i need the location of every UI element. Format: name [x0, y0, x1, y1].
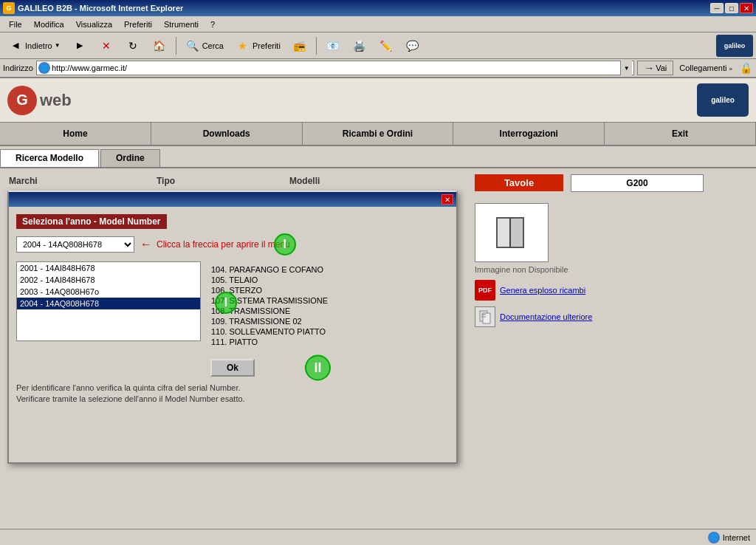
address-dropdown-arrow[interactable]: ▼	[620, 61, 632, 75]
minimize-button[interactable]: ─	[710, 3, 724, 13]
image-not-available-text: Immagine non Disponibile	[475, 265, 750, 274]
menu-bar: File Modifica Visualizza Preferiti Strum…	[0, 16, 756, 32]
edit-icon: ✏️	[379, 38, 394, 53]
doc-icon	[475, 306, 495, 327]
nav-exit[interactable]: Exit	[605, 123, 756, 145]
close-button[interactable]: ✕	[740, 3, 753, 13]
status-bar: 🌐 Internet	[0, 529, 756, 545]
home-icon: 🏠	[152, 38, 167, 53]
menu-visualizza[interactable]: Visualizza	[70, 18, 118, 30]
year-option-2002[interactable]: 2002 - 14AI848H678	[17, 274, 200, 286]
col-header-modelli: Modelli	[286, 174, 434, 188]
left-arrow-icon: ←	[140, 238, 152, 251]
right-panel: Tavole Immagine non Disponibile PDF Gene…	[469, 168, 756, 523]
pdf-link-text[interactable]: Genera esploso ricambi	[500, 286, 585, 295]
app-icon: G	[3, 2, 15, 14]
cursor-indicator-II: II	[305, 355, 331, 381]
separator-2	[316, 37, 317, 55]
gweb-header: G web galileo	[0, 78, 756, 123]
pdf-button[interactable]: PDF Genera esploso ricambi	[475, 280, 750, 301]
image-placeholder	[475, 203, 549, 262]
maximize-button[interactable]: □	[725, 3, 738, 13]
category-110[interactable]: 110. SOLLEVAMENTO PIATTO	[208, 326, 331, 337]
galileo-logo: galileo	[716, 35, 753, 57]
arrow-hint: ← Clicca la freccia per aprire il menù	[140, 238, 290, 251]
discuss-button[interactable]: 💬	[400, 35, 425, 57]
book-icon	[489, 210, 534, 255]
stop-button[interactable]: ✕	[94, 35, 119, 57]
security-icon: 🔒	[738, 61, 753, 75]
col-header-tipo: Tipo	[154, 174, 286, 188]
address-bar: Indirizzo 🌐 ▼ → Vai Collegamenti » 🔒	[0, 59, 756, 78]
title-bar-left: G GALILEO B2B - Microsoft Internet Explo…	[3, 2, 183, 14]
description-line2: Verificare tramite la selezione dell'ann…	[16, 394, 449, 405]
home-button[interactable]: 🏠	[147, 35, 172, 57]
window-controls: ─ □ ✕	[710, 3, 753, 13]
dialog-columns: 2001 - 14AI848H678 2002 - 14AI848H678 20…	[16, 261, 449, 347]
menu-preferiti[interactable]: Preferiti	[118, 18, 158, 30]
year-option-2003[interactable]: 2003 - 14AQ808H67o	[17, 286, 200, 298]
address-label: Indirizzo	[3, 64, 33, 72]
year-dropdown-list: 2001 - 14AI848H678 2002 - 14AI848H678 20…	[16, 261, 201, 341]
links-button[interactable]: Collegamenti »	[676, 64, 735, 72]
year-selector-label: Seleziona l'anno - Model Number	[16, 214, 167, 229]
security-area: 🔒	[738, 61, 753, 75]
nav-home[interactable]: Home	[0, 123, 151, 145]
tab-ricerca-modello[interactable]: Ricerca Modello	[0, 149, 99, 167]
dialog-title-bar: ✕	[9, 192, 456, 207]
toolbar: ◀ Indietro ▼ ▶ ✕ ↻ 🏠 🔍 Cerca ★ Preferiti…	[0, 32, 756, 59]
refresh-button[interactable]: ↻	[120, 35, 145, 57]
globe-icon: 🌐	[38, 62, 50, 74]
model-number-input[interactable]	[571, 174, 704, 192]
documentation-button[interactable]: Documentazione ulteriore	[475, 306, 750, 327]
favorites-button[interactable]: ★ Preferiti	[230, 35, 286, 57]
menu-modifica[interactable]: Modifica	[28, 18, 70, 30]
forward-button[interactable]: ▶	[67, 35, 92, 57]
window-title: GALILEO B2B - Microsoft Internet Explore…	[18, 4, 183, 13]
nav-interrogazioni[interactable]: Interrogazioni	[453, 123, 605, 145]
year-option-2001[interactable]: 2001 - 14AI848H678	[17, 262, 200, 274]
search-button[interactable]: 🔍 Cerca	[180, 35, 229, 57]
category-105[interactable]: 105. TELAIO	[208, 275, 331, 285]
back-button[interactable]: ◀ Indietro ▼	[3, 35, 66, 57]
tab-ordine[interactable]: Ordine	[100, 149, 160, 167]
toolbar-right: galileo	[716, 35, 753, 57]
description-text: Per identificare l'anno verifica la quin…	[16, 383, 449, 405]
star-icon: ★	[236, 38, 250, 53]
cursor-indicator-list: I	[215, 292, 237, 314]
print-button[interactable]: 🖨️	[347, 35, 372, 57]
category-104[interactable]: 104. PARAFANGO E COFANO	[208, 264, 331, 275]
search-icon: 🔍	[185, 38, 200, 53]
go-button[interactable]: → Vai	[637, 61, 673, 75]
dialog-close-button[interactable]: ✕	[441, 194, 453, 205]
media-button[interactable]: 📻	[287, 35, 312, 57]
description-line1: Per identificare l'anno verifica la quin…	[16, 383, 449, 394]
nav-ricambi[interactable]: Ricambi e Ordini	[303, 123, 454, 145]
ok-area: Ok II	[16, 359, 449, 377]
menu-file[interactable]: File	[3, 18, 28, 30]
tavole-button[interactable]: Tavole	[475, 174, 563, 191]
content-area: Marchi Tipo Modelli ✕ Seleziona l'anno -…	[0, 168, 756, 523]
ok-button[interactable]: Ok	[210, 359, 255, 377]
history-button[interactable]: 📧	[320, 35, 346, 57]
left-panel: Marchi Tipo Modelli ✕ Seleziona l'anno -…	[0, 168, 469, 523]
model-number-area	[571, 174, 750, 197]
svg-rect-1	[497, 218, 510, 247]
gweb-logo: G web	[7, 86, 72, 115]
menu-help[interactable]: ?	[205, 18, 221, 30]
print-icon: 🖨️	[352, 38, 367, 53]
year-option-2004[interactable]: 2004 - 14AQ808H678	[17, 298, 200, 309]
separator-1	[176, 37, 176, 55]
nav-downloads[interactable]: Downloads	[151, 123, 303, 145]
year-select[interactable]: 2001 - 14AI848H678 2002 - 14AI848H678 20…	[16, 236, 134, 253]
tabs-bar: Ricerca Modello Ordine	[0, 146, 756, 168]
year-selector-row: 2001 - 14AI848H678 2002 - 14AI848H678 20…	[16, 233, 449, 256]
menu-strumenti[interactable]: Strumenti	[158, 18, 205, 30]
edit-button[interactable]: ✏️	[374, 35, 399, 57]
galileo-brand: galileo	[697, 83, 749, 117]
address-input[interactable]	[50, 64, 620, 72]
back-icon: ◀	[8, 38, 23, 53]
category-111[interactable]: 111. PIATTO	[208, 337, 331, 347]
category-109[interactable]: 109. TRASMISSIONE 02	[208, 316, 331, 326]
documentation-link-text[interactable]: Documentazione ulteriore	[500, 312, 592, 321]
